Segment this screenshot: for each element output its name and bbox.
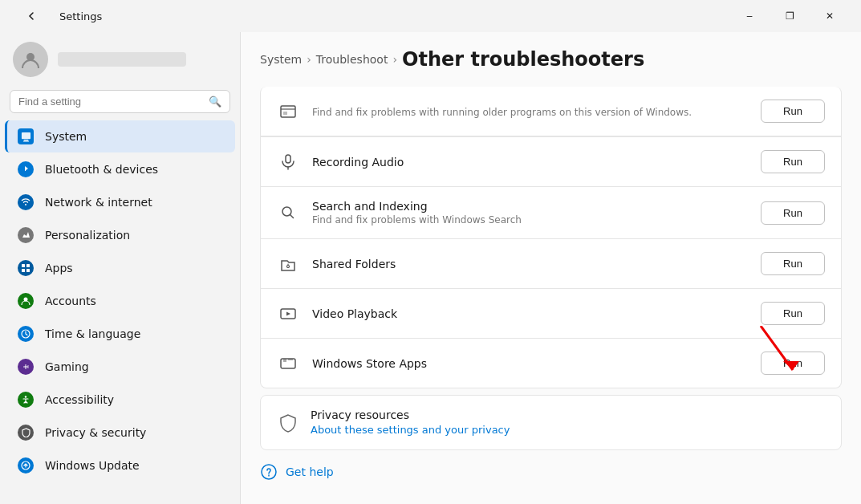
sidebar-item-time-label: Time & language — [45, 327, 140, 340]
table-row: Shared Folders Run — [260, 239, 842, 289]
search-indexing-run-button[interactable]: Run — [761, 201, 825, 225]
sidebar-item-accessibility[interactable]: Accessibility — [5, 384, 235, 416]
apps-icon — [18, 260, 34, 276]
shared-folders-run-button[interactable]: Run — [761, 252, 825, 275]
privacy-resources-section: Privacy resources About these settings a… — [260, 395, 842, 450]
sidebar-item-network[interactable]: Network & internet — [5, 186, 235, 218]
video-playback-title: Video Playback — [312, 307, 748, 320]
sidebar-item-accounts-label: Accounts — [45, 295, 96, 307]
table-row: Video Playback Run — [260, 289, 842, 339]
minimize-button[interactable]: – — [731, 3, 768, 29]
older-programs-icon — [277, 100, 299, 123]
sidebar-item-privacy-label: Privacy & security — [45, 426, 146, 439]
sidebar-item-accounts[interactable]: Accounts — [5, 285, 235, 317]
svg-rect-19 — [283, 112, 287, 115]
sidebar-item-update[interactable]: Windows Update — [5, 449, 235, 482]
recording-audio-icon — [277, 151, 299, 173]
svg-rect-2 — [23, 140, 28, 140]
shared-folders-text: Shared Folders — [312, 258, 748, 270]
close-button[interactable]: ✕ — [811, 3, 848, 29]
sidebar-item-update-label: Windows Update — [45, 459, 140, 472]
back-button[interactable] — [13, 3, 50, 29]
accessibility-icon — [18, 392, 34, 408]
sidebar-item-privacy[interactable]: Privacy & security — [5, 417, 235, 449]
sidebar-item-accessibility-label: Accessibility — [45, 393, 114, 406]
search-indexing-desc: Find and fix problems with Windows Searc… — [312, 214, 748, 226]
accounts-icon — [18, 293, 34, 309]
table-row: Search and Indexing Find and fix problem… — [260, 187, 842, 239]
recording-audio-title: Recording Audio — [312, 156, 748, 169]
search-indexing-icon — [277, 201, 299, 224]
personalization-icon — [18, 227, 34, 243]
windows-store-apps-text: Windows Store Apps — [312, 357, 748, 370]
maximize-button[interactable]: ❐ — [771, 3, 808, 29]
sidebar-item-gaming-label: Gaming — [45, 360, 89, 373]
title-bar: Settings – ❐ ✕ — [0, 0, 861, 32]
recording-audio-run-button[interactable]: Run — [761, 150, 825, 173]
svg-rect-29 — [288, 359, 293, 360]
update-icon — [18, 457, 34, 474]
svg-rect-7 — [22, 269, 25, 272]
time-icon — [18, 326, 34, 342]
get-help-link[interactable]: Get help — [286, 465, 334, 478]
profile-name — [58, 52, 186, 67]
sidebar-item-gaming[interactable]: Gaming — [5, 351, 235, 383]
breadcrumb-troubleshoot: Troubleshoot — [316, 53, 388, 66]
windows-store-apps-icon — [277, 352, 299, 375]
troubleshooter-list: Recording Audio Run Search and Indexing … — [260, 136, 842, 388]
main-content: System › Troubleshoot › Other troublesho… — [241, 32, 861, 504]
shared-folders-icon — [277, 253, 299, 275]
privacy-icon — [18, 425, 34, 441]
svg-point-30 — [262, 465, 276, 479]
sidebar-item-network-label: Network & internet — [45, 196, 152, 209]
sidebar: 🔍 System — [0, 32, 241, 504]
windows-store-apps-title: Windows Store Apps — [312, 357, 748, 370]
search-indexing-text: Search and Indexing Find and fix problem… — [312, 200, 748, 226]
search-input[interactable] — [18, 96, 202, 108]
sidebar-item-system-label: System — [45, 130, 87, 143]
svg-point-4 — [25, 204, 26, 205]
table-row: Windows Store Apps Run — [260, 339, 842, 388]
svg-rect-3 — [22, 140, 28, 141]
svg-rect-20 — [286, 155, 290, 163]
get-help-icon — [260, 463, 278, 481]
sidebar-item-personalization[interactable]: Personalization — [5, 219, 235, 251]
older-programs-desc: Find and fix problems with running older… — [312, 107, 748, 118]
svg-rect-13 — [26, 364, 26, 369]
get-help-section: Get help — [260, 450, 842, 487]
sidebar-item-apps-label: Apps — [45, 262, 73, 274]
privacy-resources-link[interactable]: About these settings and your privacy — [311, 424, 510, 436]
svg-point-15 — [27, 367, 28, 368]
older-programs-run-button[interactable]: Run — [761, 100, 825, 123]
shared-folders-title: Shared Folders — [312, 258, 748, 270]
search-box[interactable]: 🔍 — [10, 90, 230, 113]
sidebar-item-apps[interactable]: Apps — [5, 252, 235, 284]
privacy-resources-text: Privacy resources About these settings a… — [311, 408, 510, 437]
svg-rect-6 — [26, 264, 30, 267]
app-title: Settings — [59, 10, 102, 22]
svg-rect-27 — [281, 359, 295, 368]
svg-rect-8 — [26, 269, 30, 272]
gaming-icon — [18, 359, 34, 375]
network-icon — [18, 194, 34, 210]
windows-store-apps-run-button[interactable]: Run — [761, 352, 825, 375]
sidebar-item-time[interactable]: Time & language — [5, 318, 235, 350]
breadcrumb: System › Troubleshoot › Other troublesho… — [260, 48, 842, 71]
breadcrumb-sep2: › — [392, 53, 397, 66]
search-indexing-title: Search and Indexing — [312, 200, 748, 213]
video-playback-text: Video Playback — [312, 307, 748, 320]
sidebar-item-bluetooth[interactable]: Bluetooth & devices — [5, 153, 235, 185]
svg-rect-5 — [22, 264, 25, 267]
privacy-resources-title: Privacy resources — [311, 408, 510, 421]
sidebar-item-bluetooth-label: Bluetooth & devices — [45, 163, 158, 176]
svg-rect-1 — [21, 132, 30, 138]
recording-audio-text: Recording Audio — [312, 156, 748, 169]
svg-rect-18 — [281, 106, 295, 117]
bluetooth-icon — [18, 161, 34, 177]
sidebar-item-system[interactable]: System — [5, 120, 235, 152]
video-playback-run-button[interactable]: Run — [761, 302, 825, 325]
window-controls: – ❐ ✕ — [731, 3, 848, 29]
avatar — [13, 42, 48, 77]
breadcrumb-current: Other troubleshooters — [402, 48, 644, 71]
breadcrumb-sep1: › — [307, 53, 311, 66]
